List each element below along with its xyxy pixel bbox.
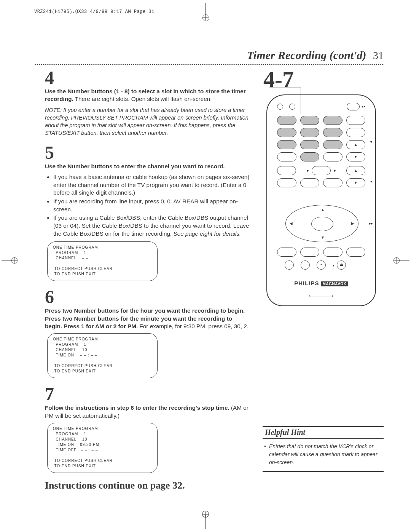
osd-line: TO CORRECT PUSH CLEAR [53,458,152,463]
remote-button-icon [277,140,296,149]
remote-brand: PHILIPSMAGNAVOX [267,280,375,286]
remote-button-icon: ▲ [346,166,365,175]
helpful-hint-box: Helpful Hint •Entries that do not match … [263,426,384,472]
page-title-row: Timer Recording (cont'd) 31 [34,49,384,66]
remote-button-icon [323,178,342,187]
remote-button-icon [277,248,296,257]
hint-title: Helpful Hint [265,428,305,436]
remote-button-icon [300,116,320,125]
osd-line: TO END PUSH EXIT [53,369,152,374]
remote-row: ▾▾ ▲ [277,166,365,175]
step6-rest: For example, for 9:30 PM, press 09, 30, … [138,323,249,329]
remote-button-icon [300,178,320,187]
osd-line: ONE TIME PROGRAM [53,426,152,431]
remote-button-icon [301,260,310,270]
hint-title-bar: Helpful Hint [263,426,384,439]
remote-button-icon [277,104,283,110]
step5-bold: Use the Number buttons to enter the chan… [45,163,225,169]
subbrand-text: MAGNAVOX [321,281,348,286]
step-number: 4 [45,69,250,87]
step6-text: Press two Number buttons for the hour yo… [45,307,250,330]
dpad-center-icon [311,217,333,231]
remote-button-icon: ▲ [346,140,366,149]
brand-text: PHILIPS [294,280,319,286]
callout-line-icon [269,88,301,88]
remote-illustration: ▸▪ ▲ ▼ ▾ ▾▾ ▲ ▼ ▾ [266,94,376,306]
arrow-right-icon: ▶ [351,221,354,225]
remote-button-row: ▸▪ [277,103,365,110]
step-number: 7 [45,385,250,403]
eject-button-icon: ⏏ [337,260,346,270]
osd-line: CHANNEL 10 [53,437,152,442]
remote-button-icon [277,116,296,125]
remote-button-icon [323,152,342,161]
remote-row: • ▾ ⏏ [285,260,364,270]
remote-control-icon: ▸▪ ▲ ▼ ▾ ▾▾ ▲ ▼ ▾ [266,94,376,306]
bullet-tail: See page eight for details. [172,230,241,237]
remote-row: ▼ [277,178,365,187]
arrow-down-icon: ▼ [321,235,325,240]
remote-ir-slit-icon [309,295,333,297]
remote-button-icon [277,178,296,187]
remote-button-icon: ▼ [346,178,366,187]
osd-line: ONE TIME PROGRAM [53,337,152,342]
osd-line: TO END PUSH EXIT [53,463,152,469]
osd-line: CHANNEL 10 [53,347,152,353]
osd-line: PROGRAM 1 [53,342,152,347]
list-item: If you are using a Cable Box/DBS, enter … [53,214,250,238]
dotted-rule-icon [34,63,384,66]
osd-line: TO END PUSH EXIT [53,272,152,277]
osd-line: TIME ON – – : – – [53,353,152,358]
remote-button-icon [323,128,342,137]
osd-line: TO CORRECT PUSH CLEAR [53,266,152,272]
hint-text: Entries that do not match the VCR's cloc… [269,443,382,466]
list-item: If you are recording from line input, pr… [53,198,250,213]
osd-line: TIME OFF – – : – – [53,447,152,453]
remote-button-icon [285,260,294,270]
remote-button-icon [323,140,342,149]
bullet-icon: • [264,443,266,466]
step7-text: Follow the instructions in step 6 to ent… [45,404,250,420]
osd-line: PROGRAM 1 [53,431,152,437]
remote-button-icon [277,152,296,161]
step-number: 5 [45,144,250,162]
arrow-left-icon: ◀ [290,221,293,225]
remote-button-icon [277,166,296,175]
step7-bold: Follow the instructions in step 6 to ent… [45,404,229,411]
remote-button-icon [300,140,320,149]
continue-notice: Instructions continue on page 32. [45,480,250,491]
remote-button-icon [346,128,366,137]
play-glyph-icon: ▸▪ [362,105,365,109]
osd-screen: ONE TIME PROGRAM PROGRAM 1 CHANNEL 10 TI… [47,423,158,473]
instructions-column: 4 Use the Number buttons (1 - 8) to sele… [45,69,250,491]
step-number: 6 [45,288,250,306]
osd-screen: ONE TIME PROGRAM PROGRAM 1 CHANNEL – – T… [47,241,158,281]
remote-button-icon [347,103,360,110]
step4-note: NOTE: If you enter a number for a slot t… [45,106,250,137]
remote-dpad-icon: ▲ ▼ ◀ ▶ [285,205,358,242]
remote-button-icon [277,128,296,137]
ff-glyph-icon: ▸▸ [369,222,373,225]
osd-line: CHANNEL – – [53,256,152,261]
page-title: Timer Recording (cont'd) 31 [34,49,384,62]
nav-glyph-icon: ▾ [307,169,309,173]
crop-mark-bottom [0,518,411,529]
remote-button-icon [300,248,320,257]
list-item: If you have a basic antenna or cable hoo… [53,173,250,197]
remote-button-icon [323,116,342,125]
remote-button-icon [346,248,366,257]
remote-button-icon: ▼ [346,152,366,161]
page-title-text: Timer Recording (cont'd) [247,49,366,61]
osd-screen: ONE TIME PROGRAM PROGRAM 1 CHANNEL 10 TI… [47,333,158,378]
remote-button-icon [300,152,320,161]
page-number: 31 [373,50,384,61]
remote-button-icon [312,166,331,175]
arrow-up-icon: ▲ [321,208,325,212]
remote-button-icon [289,104,295,110]
osd-line: PROGRAM 1 [53,250,152,256]
channel-label-icon: ▾ [370,140,372,144]
step4-text: Use the Number buttons (1 - 8) to select… [45,88,250,103]
vol-label-icon: ▾ [370,180,372,184]
rec-glyph-icon: ▾ [333,263,335,267]
step5-text: Use the Number buttons to enter the chan… [45,163,250,170]
